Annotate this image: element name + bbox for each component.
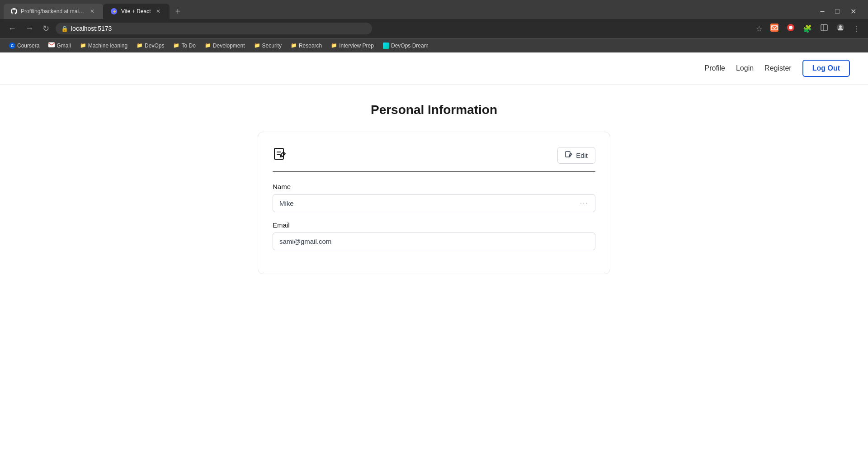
card-edit-icon — [273, 147, 287, 164]
browser-actions: ☆ 🧩 ⋮ — [753, 22, 863, 35]
new-tab-button[interactable]: + — [171, 5, 184, 19]
window-controls: – □ ✕ — [816, 5, 864, 18]
tab-github[interactable]: Profiling/backend at main · sam ✕ — [4, 4, 103, 19]
address-bar-input-wrapper[interactable]: 🔒 localhost:5173 — [56, 23, 372, 34]
svg-rect-6 — [821, 24, 827, 31]
bookmark-devops-dream[interactable]: DevOps Dream — [379, 41, 432, 50]
email-value: sami@gmail.com — [279, 238, 331, 245]
maximize-button[interactable]: □ — [830, 5, 844, 17]
edit-button-icon — [565, 151, 572, 160]
bookmarks-bar: C Coursera Gmail 📁 Machine leaning 📁 Dev… — [0, 38, 868, 52]
login-link[interactable]: Login — [736, 64, 754, 72]
bookmark-research[interactable]: 📁 Research — [287, 41, 326, 50]
folder-icon: 📁 — [80, 43, 86, 48]
sidebar-button[interactable] — [817, 22, 831, 35]
bookmark-star-button[interactable]: ☆ — [753, 23, 765, 35]
bookmark-coursera-label: Coursera — [17, 43, 39, 49]
bookmark-devops-dream-label: DevOps Dream — [391, 43, 429, 49]
name-input[interactable]: Mike ··· — [273, 194, 595, 212]
logout-button[interactable]: Log Out — [802, 60, 850, 77]
menu-button[interactable]: ⋮ — [850, 23, 863, 35]
folder-icon-security: 📁 — [254, 43, 260, 48]
email-input[interactable]: sami@gmail.com — [273, 233, 595, 250]
tabs-container: Profiling/backend at main · sam ✕ ⚡ Vite… — [4, 4, 815, 19]
bookmark-devops-label: DevOps — [145, 43, 164, 49]
profile-card: Edit Name Mike ··· Email sami@gmail.com — [258, 132, 610, 274]
bookmark-research-label: Research — [299, 43, 322, 49]
mailvelope-button[interactable] — [768, 22, 781, 35]
bookmark-security[interactable]: 📁 Security — [250, 41, 285, 50]
minimize-button[interactable]: – — [816, 5, 829, 17]
page-title: Personal Information — [371, 103, 497, 117]
svg-point-9 — [839, 25, 842, 28]
folder-icon-dev: 📁 — [205, 43, 211, 48]
tab-vite-close[interactable]: ✕ — [154, 7, 162, 15]
page-content: Profile Login Register Log Out Personal … — [0, 52, 868, 443]
bookmark-interview-prep[interactable]: 📁 Interview Prep — [327, 41, 377, 50]
card-header: Edit — [273, 147, 595, 164]
reload-button[interactable]: ↻ — [40, 22, 52, 35]
svg-text:⚡: ⚡ — [113, 10, 117, 14]
name-dots-icon: ··· — [580, 199, 589, 207]
edit-button[interactable]: Edit — [557, 147, 595, 164]
bookmark-todo-label: To Do — [181, 43, 195, 49]
bookmark-gmail[interactable]: Gmail — [45, 40, 74, 51]
name-value: Mike — [279, 200, 294, 207]
folder-icon-todo: 📁 — [173, 43, 179, 48]
bookmark-machine-leaning-label: Machine leaning — [88, 43, 127, 49]
tab-github-title: Profiling/backend at main · sam — [21, 8, 85, 14]
bookmark-interview-prep-label: Interview Prep — [339, 43, 374, 49]
svg-point-5 — [789, 26, 793, 29]
address-bar: ← → ↻ 🔒 localhost:5173 ☆ 🧩 ⋮ — [0, 19, 868, 38]
gmail-icon — [48, 42, 55, 49]
tab-bar: Profiling/backend at main · sam ✕ ⚡ Vite… — [0, 0, 868, 19]
email-field-group: Email sami@gmail.com — [273, 221, 595, 250]
bookmark-development-label: Development — [213, 43, 245, 49]
bookmark-devops[interactable]: 📁 DevOps — [133, 41, 168, 50]
profile-button[interactable] — [834, 22, 847, 35]
name-label: Name — [273, 183, 595, 190]
pixel-button[interactable] — [784, 22, 797, 35]
tab-vite-title: Vite + React — [121, 8, 151, 14]
register-link[interactable]: Register — [764, 64, 792, 72]
navbar: Profile Login Register Log Out — [0, 52, 868, 85]
edit-button-label: Edit — [576, 152, 588, 159]
bookmark-security-label: Security — [262, 43, 282, 49]
name-field-group: Name Mike ··· — [273, 183, 595, 212]
lock-icon: 🔒 — [61, 25, 68, 32]
card-divider — [273, 171, 595, 172]
tab-vite[interactable]: ⚡ Vite + React ✕ — [103, 4, 170, 19]
tab-github-close[interactable]: ✕ — [89, 7, 96, 15]
devops-dream-icon — [383, 43, 389, 49]
coursera-icon: C — [9, 43, 15, 49]
email-label: Email — [273, 221, 595, 229]
browser-chrome: Profiling/backend at main · sam ✕ ⚡ Vite… — [0, 0, 868, 52]
bookmark-todo[interactable]: 📁 To Do — [170, 41, 199, 50]
profile-link[interactable]: Profile — [705, 64, 725, 72]
forward-button[interactable]: → — [23, 22, 36, 35]
folder-icon-research: 📁 — [291, 43, 297, 48]
folder-icon-devops: 📁 — [137, 43, 143, 48]
folder-icon-interview: 📁 — [331, 43, 337, 48]
bookmark-development[interactable]: 📁 Development — [201, 41, 249, 50]
bookmark-coursera[interactable]: C Coursera — [5, 41, 43, 50]
bookmark-machine-leaning[interactable]: 📁 Machine leaning — [76, 41, 131, 50]
close-button[interactable]: ✕ — [846, 5, 861, 18]
github-favicon — [11, 8, 17, 15]
main-content: Personal Information — [0, 85, 868, 292]
vite-favicon: ⚡ — [110, 8, 118, 15]
bookmark-gmail-label: Gmail — [57, 43, 71, 49]
back-button[interactable]: ← — [5, 22, 19, 35]
extensions-button[interactable]: 🧩 — [800, 23, 815, 35]
address-text: localhost:5173 — [71, 25, 112, 32]
